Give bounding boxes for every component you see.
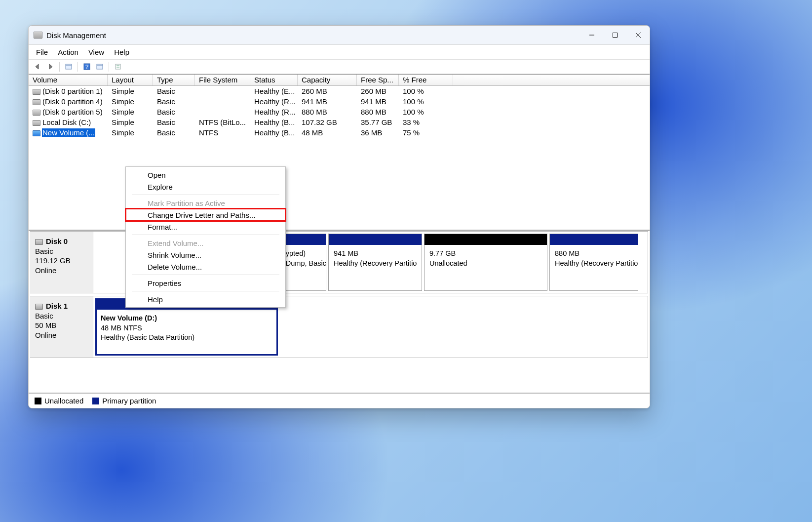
volume-icon	[33, 89, 40, 95]
disk-graphical-view: Disk 0 Basic 119.12 GB Online ter Encryp…	[29, 230, 650, 393]
forward-button[interactable]	[44, 61, 56, 72]
partition-block[interactable]: 880 MBHealthy (Recovery Partitio	[549, 234, 638, 291]
volume-row[interactable]: (Disk 0 partition 4)SimpleBasicHealthy (…	[29, 96, 650, 107]
menu-file[interactable]: File	[31, 45, 53, 59]
ctx-shrink-volume[interactable]: Shrink Volume...	[126, 249, 285, 261]
ctx-format[interactable]: Format...	[126, 221, 285, 233]
menu-bar: File Action View Help	[29, 45, 650, 60]
disk-management-window: Disk Management File Action View Help	[28, 25, 650, 408]
volume-row[interactable]: New Volume (...SimpleBasicNTFSHealthy (B…	[29, 127, 650, 138]
volume-rows[interactable]: (Disk 0 partition 1)SimpleBasicHealthy (…	[29, 86, 650, 230]
toolbar: ?	[29, 60, 650, 74]
col-filesystem[interactable]: File System	[195, 75, 250, 85]
volume-row[interactable]: (Disk 0 partition 1)SimpleBasicHealthy (…	[29, 86, 650, 96]
volume-icon	[33, 99, 40, 105]
disk-row-1: Disk 1 Basic 50 MB Online New Volume (D:…	[30, 296, 648, 358]
disk-0-label[interactable]: Disk 0 Basic 119.12 GB Online	[30, 232, 93, 293]
ctx-properties[interactable]: Properties	[126, 277, 285, 289]
volume-icon	[33, 130, 40, 136]
volume-row[interactable]: Local Disk (C:)SimpleBasicNTFS (BitLo...…	[29, 117, 650, 127]
ctx-change-drive-letter[interactable]: Change Drive Letter and Paths...	[126, 209, 285, 221]
ctx-mark-active: Mark Partition as Active	[126, 197, 285, 209]
menu-view[interactable]: View	[83, 45, 109, 59]
volume-list-header: Volume Layout Type File System Status Ca…	[29, 75, 650, 86]
minimize-button[interactable]	[580, 26, 603, 45]
properties-icon[interactable]	[112, 61, 124, 72]
col-capacity[interactable]: Capacity	[298, 75, 357, 85]
ctx-open[interactable]: Open	[126, 169, 285, 181]
disk-1-label[interactable]: Disk 1 Basic 50 MB Online	[30, 296, 93, 358]
col-volume[interactable]: Volume	[29, 75, 108, 85]
menu-help[interactable]: Help	[109, 45, 134, 59]
back-button[interactable]	[32, 61, 43, 72]
svg-rect-4	[66, 64, 72, 69]
maximize-button[interactable]	[603, 26, 626, 45]
refresh-icon[interactable]	[63, 61, 75, 72]
disk-row-0: Disk 0 Basic 119.12 GB Online ter Encryp…	[30, 231, 648, 293]
disk-icon	[35, 304, 43, 310]
window-title: Disk Management	[46, 31, 106, 40]
col-pctfree[interactable]: % Free	[399, 75, 453, 85]
svg-rect-10	[116, 64, 120, 69]
col-freespace[interactable]: Free Sp...	[357, 75, 399, 85]
ctx-extend-volume: Extend Volume...	[126, 237, 285, 249]
legend: Unallocated Primary partition	[29, 393, 650, 408]
titlebar[interactable]: Disk Management	[29, 26, 650, 45]
app-icon	[34, 32, 42, 39]
help-icon[interactable]: ?	[81, 61, 93, 72]
svg-rect-1	[613, 33, 617, 38]
col-status[interactable]: Status	[250, 75, 298, 85]
volume-icon	[33, 120, 40, 126]
legend-unallocated: Unallocated	[35, 397, 83, 405]
legend-primary: Primary partition	[92, 397, 156, 405]
ctx-delete-volume[interactable]: Delete Volume...	[126, 261, 285, 273]
menu-action[interactable]: Action	[53, 45, 83, 59]
context-menu: Open Explore Mark Partition as Active Ch…	[125, 166, 286, 308]
ctx-explore[interactable]: Explore	[126, 181, 285, 193]
col-type[interactable]: Type	[153, 75, 195, 85]
svg-text:?: ?	[85, 64, 88, 70]
partition-block[interactable]: 941 MBHealthy (Recovery Partitio	[328, 234, 422, 291]
volume-icon	[33, 110, 40, 116]
settings-icon[interactable]	[94, 61, 106, 72]
partition-block[interactable]: 9.77 GBUnallocated	[424, 234, 547, 291]
volume-row[interactable]: (Disk 0 partition 5)SimpleBasicHealthy (…	[29, 107, 650, 117]
close-button[interactable]	[626, 26, 650, 45]
ctx-help[interactable]: Help	[126, 293, 285, 305]
disk-icon	[35, 239, 43, 245]
volume-list: Volume Layout Type File System Status Ca…	[29, 74, 650, 230]
svg-rect-8	[97, 64, 103, 69]
col-layout[interactable]: Layout	[108, 75, 153, 85]
